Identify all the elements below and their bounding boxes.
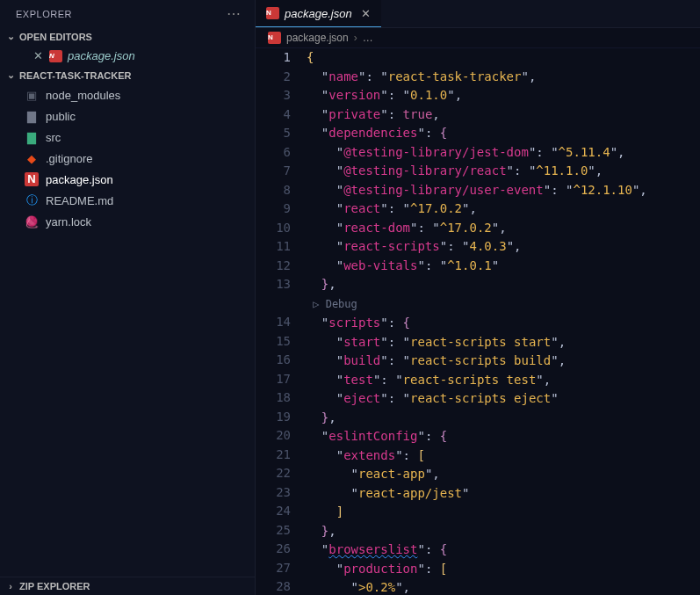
npm-icon: N (25, 172, 39, 186)
chevron-down-icon: ⌄ (5, 31, 16, 42)
breadcrumb-file: package.json (286, 32, 349, 44)
close-icon[interactable]: ✕ (32, 49, 44, 62)
info-icon: ⓘ (25, 193, 39, 207)
project-label: REACT-TASK-TRACKER (19, 70, 132, 81)
code-content[interactable]: { "name": "react-task-tracker", "version… (307, 48, 700, 595)
open-editors-label: OPEN EDITORS (19, 32, 92, 42)
folder-node-modules[interactable]: ▣node_modules (0, 84, 255, 105)
chevron-right-icon: › (5, 581, 16, 591)
tab-bar: N package.json ✕ (256, 0, 700, 28)
file-package-json[interactable]: Npackage.json (0, 169, 255, 190)
file-gitignore[interactable]: ◆.gitignore (0, 148, 255, 169)
folder-public[interactable]: ▇public (0, 105, 255, 127)
explorer-title: EXPLORER (16, 9, 72, 19)
open-editors-header[interactable]: ⌄ OPEN EDITORS (0, 27, 255, 46)
explorer-header: EXPLORER ⋯ (0, 0, 255, 27)
chevron-down-icon: ⌄ (5, 69, 16, 81)
folder-icon: ▣ (25, 88, 39, 102)
file-yarn-lock[interactable]: 🧶yarn.lock (0, 211, 255, 232)
explorer-sidebar: EXPLORER ⋯ ⌄ OPEN EDITORS ✕ N package.js… (0, 0, 256, 595)
more-actions-icon[interactable]: ⋯ (227, 5, 242, 22)
npm-icon: N (266, 7, 279, 19)
npm-icon: N (49, 50, 62, 62)
line-gutter: 12345678910111213 1415161718192021222324… (256, 48, 307, 595)
file-readme[interactable]: ⓘREADME.md (0, 190, 255, 211)
git-icon: ◆ (25, 151, 39, 165)
folder-icon: ▇ (25, 109, 39, 123)
file-tree: ▣node_modules ▇public ▇src ◆.gitignore N… (0, 84, 255, 577)
project-header[interactable]: ⌄ REACT-TASK-TRACKER (0, 66, 255, 84)
tab-label: package.json (285, 7, 352, 20)
zip-explorer-label: ZIP EXPLORER (19, 581, 90, 591)
tab-package-json[interactable]: N package.json ✕ (256, 0, 381, 27)
folder-src[interactable]: ▇src (0, 127, 255, 148)
breadcrumb-more: … (363, 32, 373, 44)
open-editor-label: package.json (68, 49, 135, 62)
yarn-icon: 🧶 (25, 214, 39, 229)
zip-explorer-header[interactable]: › ZIP EXPLORER (0, 577, 255, 595)
npm-icon: N (268, 32, 281, 44)
breadcrumb[interactable]: N package.json › … (256, 28, 700, 48)
close-icon[interactable]: ✕ (361, 7, 371, 20)
chevron-right-icon: › (354, 32, 357, 44)
open-editor-item[interactable]: ✕ N package.json (0, 46, 255, 66)
code-editor[interactable]: 12345678910111213 1415161718192021222324… (256, 48, 700, 595)
folder-icon: ▇ (25, 130, 39, 144)
editor-area: N package.json ✕ N package.json › … 1234… (256, 0, 700, 595)
